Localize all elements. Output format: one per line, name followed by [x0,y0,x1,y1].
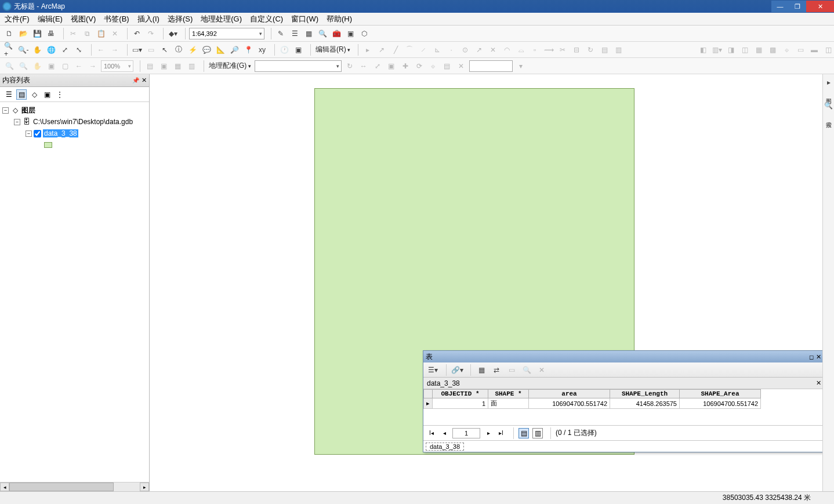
midpoint-icon[interactable]: ∙ [445,44,457,56]
switch-selection-icon[interactable]: ⇄ [491,364,502,376]
cell-objectid[interactable]: 1 [433,398,488,409]
next-extent-icon[interactable]: → [109,44,121,56]
nav-next-icon[interactable]: ▸ [484,429,493,438]
tree-gdb-label[interactable]: C:\Users\win7\Desktop\data.gdb [33,118,133,126]
change-layout-icon[interactable]: ▦ [172,60,183,72]
col-area[interactable]: area [529,390,610,398]
intersection-icon[interactable]: ✕ [487,44,499,56]
hyperlink-icon[interactable]: ⚡ [187,44,198,56]
tree-root-label[interactable]: 图层 [21,106,35,115]
layout-pan-icon[interactable]: ✋ [31,60,43,72]
georef-dropdown-icon[interactable]: ▾ [515,60,527,72]
tree-toggle-root[interactable]: − [2,107,9,114]
toc-tab-source[interactable]: ▤ [16,89,27,100]
map-view[interactable]: 表 ◻ ✕ ☰▾ 🔗▾ ▦ ⇄ ▭ 🔍 ✕ data_3_38 ✕ [150,74,834,491]
attributes-icon[interactable]: ▤ [599,44,610,56]
dim-icon[interactable]: ▩ [767,44,778,56]
swipe-icon[interactable]: ▥▾ [711,44,723,56]
nav-page-input[interactable] [452,428,480,438]
toc-tab-selection[interactable]: ▣ [42,89,52,100]
effects-icon[interactable]: ◧ [697,44,709,56]
menu-bookmarks[interactable]: 书签(B) [104,14,129,24]
toc-hscroll[interactable]: ◂ ▸ [0,482,149,491]
cut-icon[interactable]: ✂ [67,28,79,39]
clear-selection-icon[interactable]: ▭ [145,44,157,56]
select-link-icon[interactable]: ⟐ [427,60,439,72]
layer-visibility-checkbox[interactable] [34,130,41,137]
edit-vertices-icon[interactable]: ▫ [529,44,541,56]
pan-icon[interactable]: ✋ [31,44,43,56]
editor-menu[interactable]: 编辑器(R) [314,45,351,55]
menu-help[interactable]: 帮助(H) [327,14,352,24]
layout-zoom-out-icon[interactable]: 🔍 [17,60,29,72]
cell-shape[interactable]: 面 [488,398,529,409]
cell-shape-area[interactable]: 106904700.551742 [680,398,761,409]
catalog-tab-icon[interactable]: ▸ [823,77,835,88]
attr-maximize-icon[interactable]: ◻ [809,354,814,360]
editor-toolbar-icon[interactable]: ✎ [275,28,287,39]
arc-segment-icon[interactable]: ◠ [501,44,513,56]
layout-next-icon[interactable]: → [87,60,99,72]
find-icon[interactable]: 🔎 [229,44,240,56]
compare-icon[interactable]: ◫ [739,44,750,56]
right-angle-icon[interactable]: ⊾ [431,44,443,56]
attr-sub-close-icon[interactable]: ✕ [816,379,821,387]
delete-selected-icon[interactable]: ✕ [536,364,547,376]
attr-tab[interactable]: data_3_38 [426,443,464,451]
adjust-icon[interactable]: ⟐ [781,44,792,56]
toc-pin-icon[interactable]: 📌 [132,77,139,84]
fixed-zoom-out-icon[interactable]: ⤡ [73,44,85,56]
cell-area[interactable]: 106904700.551742 [529,398,610,409]
scale-combo[interactable]: 1:64,392 [189,28,264,39]
distance-distance-icon[interactable]: ⊙ [459,44,471,56]
time-slider-icon[interactable]: 🕐 [278,44,290,56]
transparency-icon[interactable]: ▦ [753,44,764,56]
layout-zoom-in-icon[interactable]: 🔍 [3,60,15,72]
find-route-icon[interactable]: 📍 [242,44,254,56]
identify-icon[interactable]: ⓘ [173,44,184,56]
georef-scale-icon[interactable]: ⤢ [372,60,383,72]
minimize-button[interactable]: — [771,1,789,12]
close-button[interactable]: ✕ [806,1,834,12]
col-shape-area[interactable]: SHAPE_Area [680,390,761,398]
select-by-attributes-icon[interactable]: ▦ [476,364,487,376]
python-icon[interactable]: ▣ [345,28,356,39]
toolbox-icon[interactable]: 🧰 [331,28,342,39]
attr-titlebar[interactable]: 表 ◻ ✕ [423,351,824,362]
attr-close-icon[interactable]: ✕ [816,353,821,361]
toc-tab-visibility[interactable]: ◇ [29,89,39,100]
menu-insert[interactable]: 插入(I) [137,14,159,24]
scroll-left-icon[interactable]: ◂ [0,483,9,491]
search-icon[interactable]: 🔍 [317,28,328,39]
nav-first-icon[interactable]: I◂ [427,429,436,438]
save-icon[interactable]: 💾 [31,28,43,39]
end-point-arc-icon[interactable]: ⌒ [404,44,415,56]
zoom-100-icon[interactable]: ▢ [59,60,71,72]
toc-close-icon[interactable]: ✕ [142,77,147,84]
delete-link-icon[interactable]: ✕ [455,60,467,72]
col-shape[interactable]: SHAPE * [488,390,529,398]
edit-tool-icon[interactable]: ▸ [362,44,374,56]
col-shape-length[interactable]: SHAPE_Length [610,390,680,398]
reshape-icon[interactable]: ⟿ [543,44,554,56]
scroll-right-icon[interactable]: ▸ [140,483,149,491]
clip-icon[interactable]: ◫ [822,44,834,56]
edit-annotation-icon[interactable]: ↗ [376,44,387,56]
split-icon[interactable]: ⊟ [571,44,582,56]
full-extent-icon[interactable]: 🌐 [45,44,57,56]
redo-icon[interactable]: ↷ [145,28,157,39]
tree-toggle-gdb[interactable]: − [14,119,20,125]
cell-shape-length[interactable]: 41458.263575 [610,398,680,409]
trace-icon[interactable]: ⟋ [418,44,429,56]
new-icon[interactable]: 🗋 [3,28,15,39]
measure-icon[interactable]: 📐 [215,44,226,56]
add-data-icon[interactable]: ◆▾ [167,28,179,39]
show-selected-records-icon[interactable]: ▥ [532,428,543,438]
attr-grid[interactable]: OBJECTID * SHAPE * area SHAPE_Length SHA… [423,389,824,425]
flicker-icon[interactable]: ◨ [725,44,737,56]
search-tab-icon[interactable]: 🔍 [823,100,835,111]
nav-last-icon[interactable]: ▸I [496,429,506,438]
zoom-selected-icon[interactable]: 🔍 [521,364,532,376]
georef-viewer-icon[interactable]: ▣ [386,60,397,72]
focus-data-frame-icon[interactable]: ▣ [158,60,169,72]
